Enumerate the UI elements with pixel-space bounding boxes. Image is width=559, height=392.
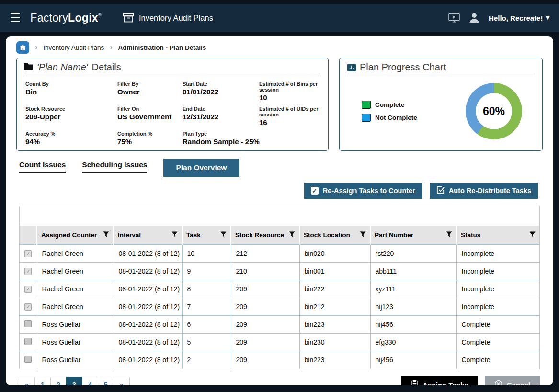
details-label: Details <box>92 62 121 73</box>
registered-mark: ® <box>98 12 102 17</box>
pagination-page-5[interactable]: 5 <box>98 377 114 385</box>
cell-stock-location: bin222 <box>299 280 370 298</box>
greeting-text: Hello, Recreate! <box>489 14 543 22</box>
tab-scheduling-issues[interactable]: Scheduling Issues <box>82 161 147 173</box>
pagination-first[interactable]: « <box>19 377 35 385</box>
cell-assigned-counter: Rachel Green <box>37 244 114 262</box>
field-value: 16 <box>259 118 321 127</box>
detail-field: Count ByBin <box>25 81 114 102</box>
filter-icon[interactable] <box>220 231 227 239</box>
pagination-page-3[interactable]: 3 <box>66 377 82 385</box>
user-greeting-menu[interactable]: Hello, Recreate! ▾ <box>489 13 549 22</box>
reassign-tasks-button[interactable]: ✓ Re-Assign Tasks to Counter <box>304 183 422 199</box>
tab-count-issues[interactable]: Count Issues <box>19 161 66 173</box>
app-title-group: Inventory Audit Plans <box>123 13 213 23</box>
action-buttons-row: ✓ Re-Assign Tasks to Counter Auto Re-Dis… <box>21 183 538 199</box>
plan-progress-panel: Plan Progress Chart CompleteNot Complete… <box>339 58 543 151</box>
detail-field: Plan TypeRandom Sample - 25% <box>183 131 255 146</box>
cell-task: 10 <box>182 244 231 262</box>
legend-label: Complete <box>375 101 405 108</box>
column-header-task[interactable]: Task <box>182 226 231 244</box>
filter-icon[interactable] <box>446 231 452 239</box>
row-select-cell <box>20 315 37 333</box>
brand-logo: FactoryLogix® <box>30 12 102 24</box>
filter-icon[interactable] <box>103 231 109 239</box>
plan-details-panel: 'Plan Name' Details Count ByBinFilter By… <box>16 58 329 151</box>
row-checkbox[interactable] <box>24 320 32 327</box>
assign-tasks-button[interactable]: Assign Tasks <box>401 376 478 385</box>
pagination-last[interactable]: » <box>114 377 130 385</box>
donut-chart: 60% <box>466 83 522 139</box>
pagination: «12345» <box>19 377 130 385</box>
table-row[interactable]: ✓Rachel Green08-01-2022 (8 of 12)8209bin… <box>20 280 539 298</box>
pagination-page-2[interactable]: 2 <box>50 377 67 385</box>
row-select-cell: ✓ <box>20 244 37 262</box>
cancel-button[interactable]: Cancel <box>485 376 540 385</box>
cell-status: Complete <box>456 315 539 333</box>
column-header-assigned-counter[interactable]: Assigned Counter <box>37 226 114 244</box>
filter-icon[interactable] <box>529 231 536 239</box>
auto-redistribute-button[interactable]: Auto Re-Distribute Tasks <box>430 183 538 199</box>
detail-field: End Date12/31/2022 <box>183 106 255 127</box>
reassign-tasks-label: Re-Assign Tasks to Counter <box>323 187 415 195</box>
cell-part-number: hij456 <box>370 351 456 369</box>
filter-icon[interactable] <box>171 231 178 239</box>
tab-bar: Count IssuesScheduling IssuesPlan Overvi… <box>19 159 553 177</box>
column-header-interval[interactable]: Interval <box>114 226 182 244</box>
cell-interval: 08-01-2022 (8 of 12) <box>114 333 182 351</box>
field-value: Random Sample - 25% <box>183 138 255 146</box>
field-label: Stock Resource <box>25 106 114 112</box>
table-row[interactable]: ✓Rachel Green08-01-2022 (8 of 12)10212bi… <box>20 244 539 262</box>
row-checkbox[interactable]: ✓ <box>24 286 32 293</box>
filter-icon[interactable] <box>289 231 295 239</box>
row-checkbox[interactable] <box>24 356 32 363</box>
field-value: 12/31/2022 <box>183 113 255 121</box>
home-button[interactable] <box>16 41 29 54</box>
cell-interval: 08-01-2022 (8 of 12) <box>114 244 182 262</box>
cell-assigned-counter: Ross Guellar <box>37 333 114 351</box>
cell-assigned-counter: Ross Guellar <box>37 315 114 333</box>
column-header-status[interactable]: Status <box>456 226 539 244</box>
inventory-box-icon <box>123 13 134 23</box>
progress-chart-label: Plan Progress Chart <box>360 62 446 73</box>
table-row[interactable]: Ross Guellar08-01-2022 (8 of 12)5209bin2… <box>20 333 539 351</box>
row-checkbox[interactable]: ✓ <box>24 250 32 257</box>
row-checkbox[interactable]: ✓ <box>24 268 32 275</box>
field-value: US Government <box>117 113 179 121</box>
breadcrumb-item-inventory-audit-plans[interactable]: Inventory Audit Plans <box>43 44 104 51</box>
monitor-icon[interactable] <box>448 13 460 23</box>
cell-stock-resource: 209 <box>231 315 299 333</box>
column-header-stock-resource[interactable]: Stock Resource <box>231 226 299 244</box>
cell-assigned-counter: Rachel Green <box>37 298 114 315</box>
cell-stock-location: bin212 <box>299 298 370 315</box>
row-select-cell <box>20 351 37 369</box>
user-avatar-icon[interactable] <box>468 12 480 23</box>
pagination-page-1[interactable]: 1 <box>34 377 51 385</box>
pagination-page-4[interactable]: 4 <box>82 377 98 385</box>
column-header-stock-location[interactable]: Stock Location <box>299 226 370 244</box>
table-row[interactable]: Ross Guellar08-01-2022 (8 of 12)6209bin2… <box>20 315 539 333</box>
table-row[interactable]: Ross Guellar08-01-2022 (8 of 12)2209bin2… <box>20 351 539 369</box>
field-value: Bin <box>25 88 114 96</box>
cell-stock-location: bin223 <box>299 315 370 333</box>
hamburger-menu-icon[interactable]: ☰ <box>10 12 21 24</box>
cell-assigned-counter: Rachel Green <box>37 280 114 298</box>
breadcrumb-item-current: Administration - Plan Details <box>118 44 206 51</box>
cell-part-number: rst220 <box>370 244 456 262</box>
filter-icon[interactable] <box>360 231 366 239</box>
column-header-part-number[interactable]: Part Number <box>370 226 456 244</box>
row-checkbox[interactable] <box>24 338 32 345</box>
tab-plan-overview[interactable]: Plan Overview <box>163 159 239 177</box>
row-select-cell <box>20 333 37 351</box>
cell-status: Incomplete <box>456 244 539 262</box>
column-header-label: Stock Resource <box>235 231 284 239</box>
table-row[interactable]: ✓Rachel Green08-01-2022 (8 of 12)7209bin… <box>20 298 539 315</box>
cell-task: 7 <box>182 298 231 315</box>
field-value: 01/01/2022 <box>183 88 255 96</box>
cell-stock-location: bin223 <box>299 351 370 369</box>
cell-assigned-counter: Ross Guellar <box>37 351 114 369</box>
table-row[interactable]: ✓Rachel Green08-01-2022 (8 of 12)9210bin… <box>20 262 539 280</box>
plan-details-title: 'Plan Name' Details <box>23 62 321 76</box>
field-value: Owner <box>117 88 179 96</box>
row-checkbox[interactable]: ✓ <box>24 303 32 311</box>
